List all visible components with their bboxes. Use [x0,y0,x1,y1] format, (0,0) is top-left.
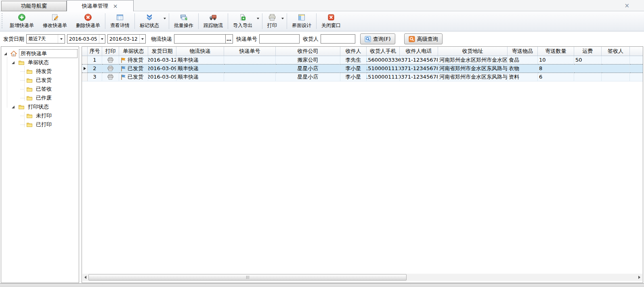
tracking-no-label: 快递单号 [236,35,257,43]
combo-dropdown-button[interactable] [99,35,105,43]
import-export-dropdown[interactable] [257,11,262,31]
tree-node-order-status[interactable]: 单据状态 [1,58,79,67]
combo-dropdown-button[interactable] [58,35,65,43]
tree-node-shipped[interactable]: 已发货 [1,76,79,85]
tree-node-not-printed[interactable]: 未打印 [1,111,79,120]
expand-arrow-icon[interactable] [12,106,15,108]
batch-operation-button[interactable]: 批量操作 [170,11,198,31]
col-header-phone[interactable]: 收件人电话 [400,47,438,56]
cell-address: 河南省郑州市金水区东风路与信息 [438,73,508,81]
details-panel-icon [116,13,124,21]
table-row[interactable]: 3 已发货 2016-03-09 顺丰快递 星星小店 李小星 151000011… [82,73,643,81]
ship-date-label: 发货日期 [3,35,24,43]
tree-node-label: 已打印 [35,121,53,129]
tab-nav-window[interactable]: 功能导航窗 [1,1,67,11]
dropdown-arrow-icon [101,38,103,40]
col-header-seq[interactable]: 序号 [88,47,102,56]
track-logistics-button[interactable]: 跟踪物流 [199,11,227,31]
tree-node-print-status[interactable]: 打印状态 [1,102,79,111]
tree-node-voided[interactable]: 已作废 [1,94,79,102]
tab-express-manage[interactable]: 快递单管理 × [67,0,134,11]
expand-arrow-icon[interactable] [12,61,15,64]
date-to-combo[interactable]: 2016-03-12 [107,34,146,44]
tree-node-pending-ship[interactable]: 待发货 [1,67,79,76]
cell-print[interactable] [102,64,119,73]
search-button[interactable]: 查询(F) [360,33,395,44]
tree-node-all-orders[interactable]: 所有快递单 [1,49,79,58]
print-button[interactable]: 打印 [263,11,281,31]
col-header-receiver[interactable]: 收件人 [340,47,367,56]
home-icon [10,50,17,57]
close-window-button[interactable]: 关闭窗口 [317,11,345,31]
cell-ship-date: 2016-03-09 [148,73,176,81]
tab-strip: 功能导航窗 快递单管理 × × [0,0,644,11]
toolbar-grip[interactable] [1,13,4,29]
col-header-ship-date[interactable]: 发货日期 [148,47,176,56]
tab-close-icon[interactable]: × [112,3,119,9]
scroll-right-icon [638,276,640,279]
col-header-item[interactable]: 寄送物品 [508,47,538,56]
col-header-signer[interactable]: 签收人 [602,47,630,56]
cell-mobile: 15100001111 [367,64,400,73]
date-range-value: 最近7天 [27,35,58,42]
advanced-search-icon [409,36,415,42]
col-header-mobile[interactable]: 收货人手机 [367,47,400,56]
tree-node-printed[interactable]: 已打印 [1,120,79,129]
ui-design-button[interactable]: 界面设计 [287,11,316,31]
cell-seq: 1 [88,56,102,64]
scrollbar-track[interactable] [88,274,636,281]
toolbar-separator [262,13,262,29]
advanced-search-button[interactable]: 高级查询 [404,33,443,44]
logistics-input[interactable] [174,34,226,44]
view-details-button[interactable]: 查看详情 [106,11,134,31]
date-from-value: 2016-03-05 [67,36,99,42]
col-header-logistics[interactable]: 物流快递 [176,47,224,56]
print-dropdown[interactable] [281,11,286,31]
cell-phone: 0371-12345678 [400,56,438,64]
combo-dropdown-button[interactable] [139,35,145,43]
cell-status: 待发货 [119,56,148,64]
tabstrip-close-icon[interactable]: × [624,2,629,9]
scroll-right-button[interactable] [636,274,642,281]
button-label: 关闭窗口 [321,22,341,29]
search-icon [365,36,371,42]
logistics-browse-button[interactable]: … [226,34,233,44]
table-row-selected[interactable]: 2 已发货 2016-03-09 顺丰快递 星星小店 李小星 151000011… [82,64,643,73]
col-header-fee[interactable]: 运费 [574,47,602,56]
folder-icon [26,68,33,75]
col-header-address[interactable]: 收货地址 [438,47,508,56]
cell-print[interactable] [102,73,119,81]
indicator-header [82,47,88,56]
status-text: 已发货 [128,64,143,73]
delete-order-button[interactable]: 删除快递单 [71,11,105,31]
cell-seq: 2 [88,64,102,73]
cell-print[interactable] [102,56,119,64]
tree-node-signed[interactable]: 已签收 [1,85,79,94]
horizontal-scrollbar[interactable] [82,274,642,281]
mark-status-button[interactable]: 标记状态 [135,11,164,31]
col-header-print[interactable]: 打印 [102,47,119,56]
receiver-input[interactable] [321,34,355,44]
col-header-tracking-no[interactable]: 快递单号 [224,47,276,56]
cell-tracking-no [224,56,276,64]
cell-ship-date: 2016-03-09 [148,64,176,73]
expand-arrow-icon[interactable] [4,52,7,55]
add-order-button[interactable]: 新增快递单 [5,11,38,31]
date-range-combo[interactable]: 最近7天 [26,34,65,44]
col-header-qty[interactable]: 寄送数量 [538,47,574,56]
scroll-left-button[interactable] [82,274,88,281]
flag-icon [120,66,126,72]
import-export-button[interactable]: 导入导出 [229,11,257,31]
cell-company: 搬家公司 [276,56,340,64]
table-row[interactable]: 1 待发货 2016-03-12 顺丰快递 搬家公司 李先生 156000033… [82,56,643,64]
col-header-status[interactable]: 单据状态 [119,47,148,56]
tracking-no-input[interactable] [259,34,300,44]
tree-node-label: 未打印 [35,112,53,120]
modify-order-button[interactable]: 修改快递单 [38,11,71,31]
toolbar: 新增快递单 修改快递单 删除快递单 查看详情 [0,11,644,31]
col-header-company[interactable]: 收件公司 [276,47,340,56]
mark-status-dropdown[interactable] [164,11,168,31]
date-from-combo[interactable]: 2016-03-05 [67,34,105,44]
printer-icon [107,57,113,63]
scrollbar-thumb[interactable] [88,274,407,281]
